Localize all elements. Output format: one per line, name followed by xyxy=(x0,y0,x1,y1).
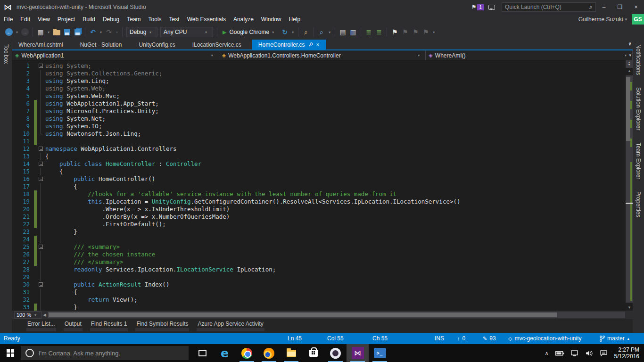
code-line[interactable]: 9using System.IO; xyxy=(12,123,633,130)
code-line[interactable]: 15 { xyxy=(12,168,633,175)
minimize-button[interactable]: – xyxy=(596,1,612,13)
menu-item-build[interactable]: Build xyxy=(79,15,99,24)
sidebar-tab-team-explorer[interactable]: Team Explorer xyxy=(635,140,642,182)
bookmarks-caret-icon[interactable]: ▾ xyxy=(431,26,436,38)
code-line[interactable]: 4using System.Web; xyxy=(12,85,633,92)
close-button[interactable]: × xyxy=(628,1,644,13)
menu-item-debug[interactable]: Debug xyxy=(99,15,123,24)
code-line[interactable]: 28 readonly Services.IpLocation.ILocatio… xyxy=(12,266,633,273)
code-line[interactable]: 21 .OrderBy(x => x.NumberOfQueriesMade) xyxy=(12,213,633,221)
code-line[interactable]: 29 xyxy=(12,273,633,281)
scroll-up-icon[interactable]: ▲ xyxy=(627,69,631,73)
scroll-left-icon[interactable]: ◀ xyxy=(43,313,46,317)
save-icon[interactable] xyxy=(62,26,72,38)
taskbar-app-visual-studio[interactable]: ⋈ xyxy=(347,344,369,362)
taskbar-clock[interactable]: 2:27 PM5/12/2016 xyxy=(614,346,639,360)
fold-collapse-icon[interactable] xyxy=(38,145,45,153)
menu-item-window[interactable]: Window xyxy=(257,15,285,24)
next-bookmark-icon[interactable]: ⚑ xyxy=(411,26,420,38)
split-window-handle[interactable]: ▴▾ xyxy=(626,60,633,68)
signed-in-user[interactable]: Guilherme Suzuki xyxy=(578,16,623,23)
fold-collapse-icon[interactable] xyxy=(38,175,45,183)
taskbar-app-powershell[interactable]: >_ xyxy=(369,344,391,362)
previous-bookmark-icon[interactable]: ⚑ xyxy=(400,26,410,38)
open-file-icon[interactable] xyxy=(52,26,61,38)
forward-icon[interactable]: → xyxy=(20,26,30,38)
user-avatar[interactable]: GS xyxy=(632,14,644,25)
uncommitted-edits-indicator[interactable]: ✎ 93 xyxy=(483,333,496,344)
feedback-icon[interactable] xyxy=(488,5,495,10)
uncomment-icon[interactable]: ▥ xyxy=(348,26,358,38)
panel-tab-output[interactable]: Output xyxy=(64,321,83,331)
comment-out-icon[interactable]: ▤ xyxy=(338,26,347,38)
sidebar-tab-properties[interactable]: Properties xyxy=(635,189,642,220)
fold-collapse-icon[interactable] xyxy=(38,281,45,288)
fold-collapse-icon[interactable] xyxy=(38,243,45,251)
network-icon[interactable] xyxy=(571,350,579,356)
refresh-icon[interactable]: ↻ xyxy=(280,26,289,38)
code-line[interactable]: 14 public class HomeController : Control… xyxy=(12,160,633,168)
code-line[interactable]: 3using System.Linq; xyxy=(12,77,633,85)
code-line[interactable]: 24 xyxy=(12,236,633,243)
quick-launch-input[interactable]: Quick Launch (Ctrl+Q) ⌕ xyxy=(502,2,596,12)
redo-caret-icon[interactable]: ▾ xyxy=(115,26,119,38)
horizontal-scroll-track[interactable] xyxy=(48,312,625,318)
tab-homecontroller-cs[interactable]: HomeController.cs⚲× xyxy=(252,40,326,49)
menu-item-analyze[interactable]: Analyze xyxy=(230,15,257,24)
minus-box-icon[interactable] xyxy=(39,177,43,181)
code-line[interactable]: 18 //looks for a 'callable' service inst… xyxy=(12,190,633,198)
fold-collapse-icon[interactable] xyxy=(38,62,45,70)
menu-item-edit[interactable]: Edit xyxy=(17,15,34,24)
refresh-caret-icon[interactable]: ▾ xyxy=(290,26,295,38)
cortana-search-input[interactable]: I'm Cortana. Ask me anything. xyxy=(21,346,189,360)
code-line[interactable]: 20 .Where(x => x.IsUnderThresholdLimit) xyxy=(12,206,633,213)
menu-item-tools[interactable]: Tools xyxy=(145,15,165,24)
back-icon[interactable]: ← xyxy=(4,26,14,38)
taskbar-app-github-desktop[interactable] xyxy=(324,344,347,362)
clear-bookmarks-icon[interactable]: ⚑ xyxy=(421,26,430,38)
code-line[interactable]: 19 this.IpLocation = UnityConfig.GetConf… xyxy=(12,198,633,206)
code-line[interactable]: 1using System; xyxy=(12,62,633,70)
navigate-to-caret-icon[interactable]: ▾ xyxy=(327,26,332,38)
solution-configuration-combo[interactable]: Debug▾ xyxy=(126,27,157,37)
code-line[interactable]: 27 /// </summary> xyxy=(12,258,633,266)
sidebar-tab-notifications[interactable]: Notifications xyxy=(635,41,642,78)
menu-item-test[interactable]: Test xyxy=(165,15,183,24)
sidebar-tab-toolbox[interactable]: Toolbox xyxy=(3,41,9,66)
undo-icon[interactable]: ↶ xyxy=(88,26,98,38)
menu-item-view[interactable]: View xyxy=(34,15,54,24)
tray-expand-icon[interactable]: ∧ xyxy=(545,350,549,356)
new-project-caret-icon[interactable]: ▾ xyxy=(46,26,51,38)
minus-box-icon[interactable] xyxy=(39,147,43,151)
save-all-icon[interactable] xyxy=(73,26,82,38)
notifications-flag-icon[interactable]: ⚑ xyxy=(471,4,477,10)
panel-tab-find-symbol-results[interactable]: Find Symbol Results xyxy=(135,321,189,331)
navbar-project-dropdown[interactable]: ◈WebApplication1▾ xyxy=(12,50,219,60)
code-line[interactable]: 30 public ActionResult Index() xyxy=(12,281,633,288)
scroll-down-icon[interactable]: ▼ xyxy=(627,305,631,310)
minus-box-icon[interactable] xyxy=(39,245,43,249)
start-debugging-button[interactable]: ▶ Google Chrome ▾ xyxy=(220,29,280,35)
taskbar-app-task-view[interactable] xyxy=(191,344,214,362)
tab-unityconfig-cs[interactable]: UnityConfig.cs xyxy=(132,40,181,49)
code-line[interactable]: 33 } xyxy=(12,304,633,311)
back-caret-icon[interactable]: ▾ xyxy=(15,26,19,38)
sidebar-tab-solution-explorer[interactable]: Solution Explorer xyxy=(635,84,642,133)
close-tab-icon[interactable]: × xyxy=(316,41,320,48)
code-line[interactable]: 2using System.Collections.Generic; xyxy=(12,70,633,77)
panel-tab-find-results-1[interactable]: Find Results 1 xyxy=(90,321,128,331)
taskbar-app-store[interactable] xyxy=(302,344,324,362)
notification-count-badge[interactable]: 1 xyxy=(477,4,484,10)
code-line[interactable]: 12namespace WebApplication1.Controllers xyxy=(12,145,633,153)
code-line[interactable]: 17 { xyxy=(12,183,633,190)
tab-nuget-solution[interactable]: NuGet - Solution xyxy=(74,40,128,49)
vertical-scroll-track[interactable] xyxy=(626,75,633,303)
code-line[interactable]: 26 /// the chosen instance xyxy=(12,251,633,258)
navbar-class-dropdown[interactable]: ◈WebApplication1.Controllers.HomeControl… xyxy=(219,50,426,60)
new-project-icon[interactable]: ▦ xyxy=(36,26,45,38)
code-line[interactable]: 11 xyxy=(12,138,633,145)
solution-platform-combo[interactable]: Any CPU▾ xyxy=(160,27,213,37)
minus-box-icon[interactable] xyxy=(39,282,43,287)
code-line[interactable]: 31 { xyxy=(12,288,633,296)
start-button[interactable] xyxy=(0,344,21,362)
